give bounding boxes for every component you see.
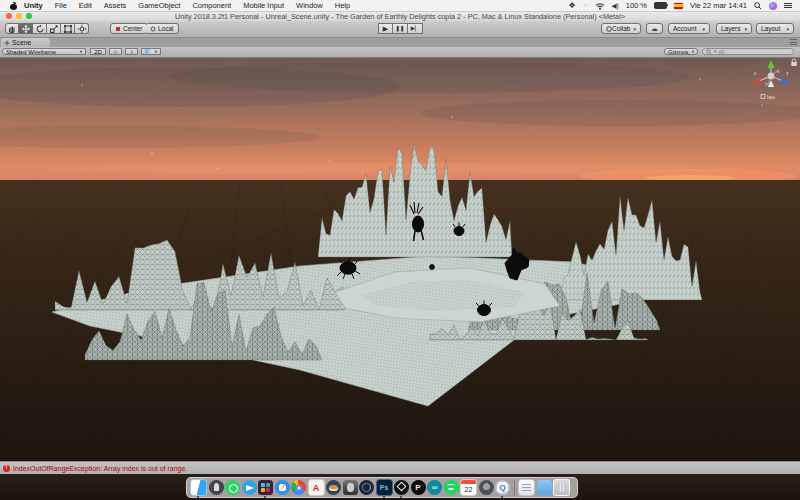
cloud-services-button[interactable]: ☁ [646, 23, 663, 34]
dock-item-unity[interactable] [394, 480, 409, 495]
gizmos-label: Gizmos [668, 49, 688, 55]
move-tool-button[interactable] [19, 23, 33, 34]
dock-item-trash[interactable] [553, 479, 570, 496]
scale-tool-button[interactable] [47, 23, 61, 34]
macos-dock: A Ps P ∞ 22 Q [186, 477, 578, 498]
scene-tab-label: Scene [12, 39, 31, 46]
dock-item-finder[interactable] [190, 479, 207, 496]
pan-tool-button[interactable] [5, 23, 19, 34]
keyboard-flag-icon[interactable] [674, 3, 683, 9]
pivot-toggle-button[interactable]: Center [110, 23, 148, 34]
pause-button[interactable]: ❚❚ [393, 23, 408, 34]
rotate-tool-button[interactable] [33, 23, 47, 34]
menubar-clock[interactable]: Vie 22 mar 14:41 [690, 1, 747, 10]
dock-item-documents-folder[interactable] [518, 479, 535, 496]
lock-icon[interactable] [790, 58, 798, 67]
gizmos-dropdown[interactable]: Gizmos▾ [664, 48, 698, 55]
volume-icon[interactable]: ◀) [612, 2, 619, 10]
play-button[interactable]: ▶ [378, 23, 393, 34]
collab-label: Collab [612, 25, 630, 32]
menu-assets[interactable]: Assets [104, 1, 127, 10]
battery-icon[interactable] [654, 2, 667, 10]
menu-mobile-input[interactable]: Mobile Input [243, 1, 284, 10]
audio-toggle-button[interactable]: ♪ [125, 48, 138, 55]
scene-tab-icon [4, 40, 10, 46]
dock-item-cinema4d[interactable] [359, 480, 374, 495]
dock-item-whatsapp[interactable] [225, 480, 240, 495]
layers-label: Layers [721, 25, 741, 32]
scene-search-input[interactable]: ▾ All [702, 48, 794, 55]
scene-viewport[interactable] [0, 57, 800, 461]
dock-item-launchpad[interactable] [209, 480, 224, 495]
transform-tool-button[interactable] [75, 23, 89, 34]
2d-toggle-button[interactable]: 2D [90, 48, 106, 55]
rotation-toggle-button[interactable]: Local [146, 23, 179, 34]
dock-item-processing[interactable]: P [411, 480, 426, 495]
dock-item-downloads-folder[interactable] [537, 480, 552, 495]
unity-toolbar: Center Local ▶ ❚❚ ▶▏ Collab▾ ☁ Account▾ … [0, 21, 800, 38]
collab-dropdown[interactable]: Collab▾ [601, 23, 641, 34]
dock-item-photoshop[interactable]: Ps [376, 479, 393, 496]
effects-dropdown[interactable]: ▾ [141, 48, 161, 55]
search-icon [706, 49, 712, 55]
pivot-toggle-label: Center [123, 25, 143, 32]
error-message: IndexOutOfRangeException: Array index is… [13, 465, 187, 472]
lighting-toggle-button[interactable]: ☼ [109, 48, 122, 55]
view-tab-bar: Scene [0, 37, 800, 47]
rotation-icon [150, 26, 156, 32]
dock-item-quicktime[interactable]: Q [495, 480, 510, 495]
gizmo-projection-label: Iso [767, 94, 776, 100]
dock-item-calendar[interactable]: 22 [460, 479, 477, 496]
siri-icon[interactable] [769, 2, 777, 10]
dock-item-acrobat[interactable]: A [308, 479, 325, 496]
dock-item-gray-app[interactable] [479, 480, 494, 495]
dropbox-icon[interactable]: ❖ [569, 1, 576, 10]
menu-file[interactable]: File [55, 1, 67, 10]
scene-view-toolbar: Shaded Wireframe▾ 2D ☼ ♪ ▾ Gizmos▾ ▾ All [0, 47, 800, 58]
dock-item-blender[interactable] [326, 480, 341, 495]
menu-edit[interactable]: Edit [79, 1, 92, 10]
rotation-toggle-label: Local [158, 25, 174, 32]
layout-dropdown[interactable]: Layout▾ [756, 23, 794, 34]
step-icon: ▶▏ [411, 26, 419, 32]
battery-percent: 100 % [626, 1, 647, 10]
draw-mode-dropdown[interactable]: Shaded Wireframe▾ [2, 48, 86, 55]
play-icon: ▶ [383, 25, 388, 32]
draw-mode-label: Shaded Wireframe [6, 49, 56, 55]
menu-component[interactable]: Component [192, 1, 231, 10]
menu-help[interactable]: Help [335, 1, 350, 10]
bluetooth-icon[interactable]: ᚲ [583, 1, 588, 10]
gizmo-x-label: x [754, 70, 757, 76]
macos-menu-bar: Unity File Edit Assets GameObject Compon… [0, 0, 800, 12]
gizmo-z-axis-cone [781, 78, 790, 85]
dock-item-chrome[interactable] [291, 480, 306, 495]
dock-item-slack[interactable] [258, 480, 273, 495]
scene-orientation-gizmo[interactable]: x y z Iso [748, 58, 794, 104]
step-button[interactable]: ▶▏ [408, 23, 423, 34]
console-status-bar[interactable]: ! IndexOutOfRangeException: Array index … [0, 461, 800, 474]
tab-options-icon[interactable] [790, 39, 797, 45]
dock-item-arduino[interactable]: ∞ [427, 480, 442, 495]
layout-label: Layout [761, 25, 781, 32]
spotlight-search-icon[interactable] [754, 2, 762, 10]
dock-item-spotify[interactable] [444, 480, 459, 495]
rect-tool-button[interactable] [61, 23, 75, 34]
tab-scene[interactable]: Scene [1, 38, 50, 47]
apple-menu-icon[interactable] [10, 2, 17, 10]
dock-item-zbrush[interactable] [343, 480, 358, 495]
menu-app-name[interactable]: Unity [24, 1, 43, 10]
layers-dropdown[interactable]: Layers▾ [716, 23, 752, 34]
effects-icon [145, 49, 153, 54]
dock-item-safari[interactable] [275, 480, 290, 495]
dock-item-telegram[interactable] [242, 480, 257, 495]
pivot-icon [115, 26, 121, 32]
search-filter-arrow: ▾ [714, 49, 716, 54]
notification-center-icon[interactable] [784, 2, 792, 9]
dock-separator [514, 480, 515, 496]
account-dropdown[interactable]: Account▾ [668, 23, 710, 34]
menu-window[interactable]: Window [296, 1, 323, 10]
menu-gameobject[interactable]: GameObject [138, 1, 180, 10]
wifi-icon[interactable] [595, 2, 605, 10]
gizmo-z-label: z [786, 70, 789, 76]
search-placeholder: All [718, 49, 724, 55]
